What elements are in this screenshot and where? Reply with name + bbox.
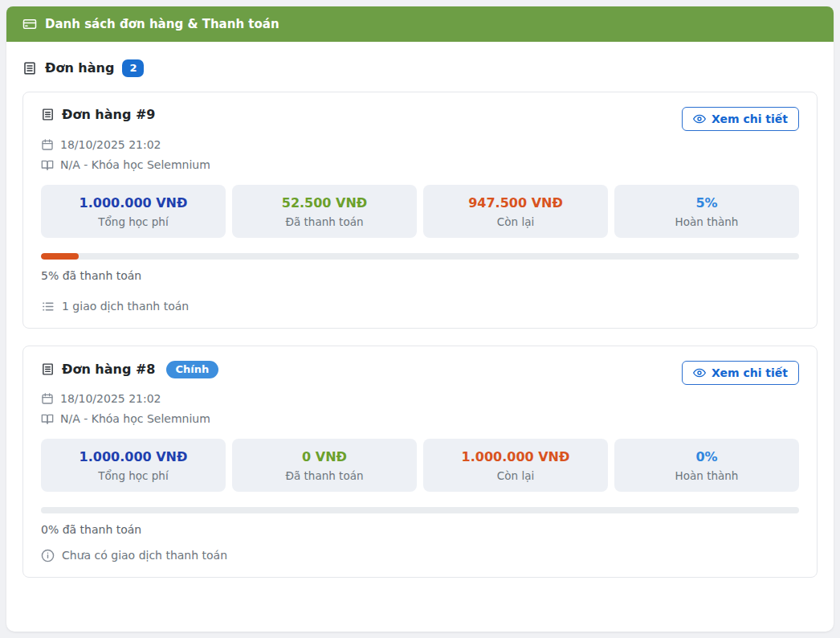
calendar-icon [41,138,54,151]
view-details-button[interactable]: Xem chi tiết [682,361,799,385]
order-title: Đơn hàng #9 [62,107,156,122]
stat-value: 0 VNĐ [239,449,410,464]
view-details-label: Xem chi tiết [712,112,788,125]
stat-label: Đã thanh toán [239,469,410,482]
stat-total-fee: 1.000.000 VNĐ Tổng học phí [41,439,226,492]
stat-value: 0% [621,449,793,464]
transactions-summary-text: Chưa có giao dịch thanh toán [62,549,227,562]
payment-progress-bar [41,507,799,513]
transactions-summary: Chưa có giao dịch thanh toán [41,549,799,562]
order-course: N/A - Khóa học Selemnium [60,158,210,171]
receipt-icon [41,362,55,376]
receipt-icon [41,108,55,121]
stat-label: Đã thanh toán [239,215,410,228]
card-top: Đơn hàng #8 Chính Xem chi tiết [41,361,799,385]
order-title: Đơn hàng #8 [62,362,156,377]
orders-count-badge: 2 [122,59,144,77]
card-title-wrap: Đơn hàng #9 [41,107,156,122]
order-card-9: Đơn hàng #9 Xem chi tiết 18/10/2025 21:0… [22,92,818,329]
stat-label: Tổng học phí [47,215,219,228]
payment-progress-text: 0% đã thanh toán [41,523,799,536]
info-icon [41,549,55,562]
eye-icon [693,366,706,379]
payment-progress-fill [41,253,79,260]
stat-value: 947.500 VNĐ [430,195,601,211]
view-details-button[interactable]: Xem chi tiết [682,107,799,131]
payment-progress-bar [41,253,799,260]
order-date-row: 18/10/2025 21:02 [41,138,799,151]
stat-total-fee: 1.000.000 VNĐ Tổng học phí [41,185,226,238]
stat-label: Còn lại [430,469,601,482]
order-card-8: Đơn hàng #8 Chính Xem chi tiết 18/10/202… [22,346,818,578]
calendar-icon [41,392,54,405]
panel-title: Danh sách đơn hàng & Thanh toán [45,17,279,31]
stat-label: Hoàn thành [621,469,793,482]
credit-card-icon [22,17,37,31]
book-icon [41,158,54,171]
stat-label: Hoàn thành [621,215,793,228]
stat-remaining: 947.500 VNĐ Còn lại [423,185,608,238]
stat-completion: 0% Hoàn thành [614,439,799,492]
stat-label: Còn lại [430,215,601,228]
stat-value: 5% [621,195,793,211]
card-title-wrap: Đơn hàng #8 Chính [41,361,218,378]
stat-paid: 0 VNĐ Đã thanh toán [232,439,417,492]
order-course-row: N/A - Khóa học Selemnium [41,412,799,425]
orders-section-title: Đơn hàng [45,60,114,76]
order-date-row: 18/10/2025 21:02 [41,392,799,405]
payment-progress-text: 5% đã thanh toán [41,269,799,282]
eye-icon [693,112,706,125]
receipt-icon [22,61,37,76]
stat-completion: 5% Hoàn thành [614,185,799,238]
stat-value: 1.000.000 VNĐ [47,195,219,211]
stat-remaining: 1.000.000 VNĐ Còn lại [423,439,608,492]
stats-grid: 1.000.000 VNĐ Tổng học phí 52.500 VNĐ Đã… [41,185,799,238]
stat-paid: 52.500 VNĐ Đã thanh toán [232,185,417,238]
order-date: 18/10/2025 21:02 [60,138,161,151]
order-course-row: N/A - Khóa học Selemnium [41,158,799,171]
stat-value: 52.500 VNĐ [239,195,410,211]
primary-order-badge: Chính [166,361,219,378]
stat-value: 1.000.000 VNĐ [430,449,601,464]
panel-body: Đơn hàng 2 Đơn hàng #9 Xem chi tiết [6,42,834,611]
transactions-summary-text: 1 giao dịch thanh toán [62,300,189,313]
transactions-summary: 1 giao dịch thanh toán [41,300,799,313]
list-icon [41,300,55,313]
order-course: N/A - Khóa học Selemnium [60,412,210,425]
orders-payments-panel: Danh sách đơn hàng & Thanh toán Đơn hàng… [6,6,834,632]
panel-header: Danh sách đơn hàng & Thanh toán [6,6,834,42]
orders-section-head: Đơn hàng 2 [22,59,818,77]
view-details-label: Xem chi tiết [712,366,788,379]
card-top: Đơn hàng #9 Xem chi tiết [41,107,799,131]
stat-label: Tổng học phí [47,469,219,482]
stats-grid: 1.000.000 VNĐ Tổng học phí 0 VNĐ Đã than… [41,439,799,492]
order-date: 18/10/2025 21:02 [60,392,161,405]
book-icon [41,412,54,425]
stat-value: 1.000.000 VNĐ [47,449,219,464]
